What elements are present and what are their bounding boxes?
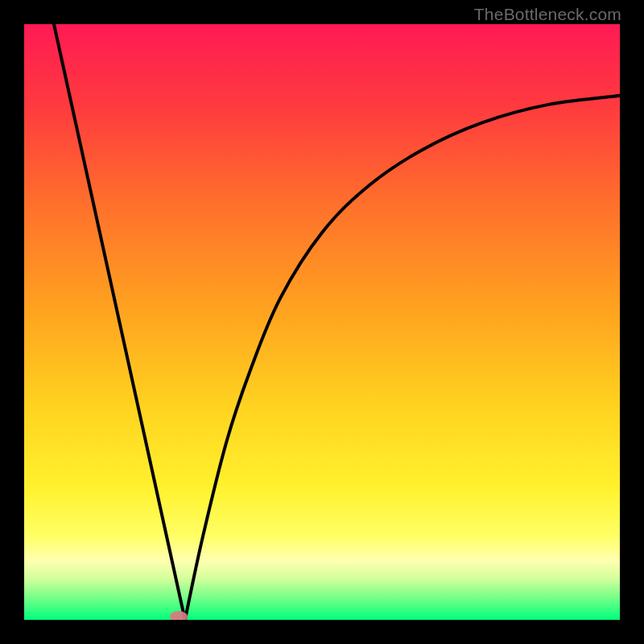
watermark-text: TheBottleneck.com	[474, 5, 621, 24]
plot-area	[24, 24, 620, 620]
bottleneck-curve	[24, 24, 620, 620]
chart-frame: TheBottleneck.com	[0, 0, 644, 644]
optimal-point-marker	[170, 611, 188, 620]
